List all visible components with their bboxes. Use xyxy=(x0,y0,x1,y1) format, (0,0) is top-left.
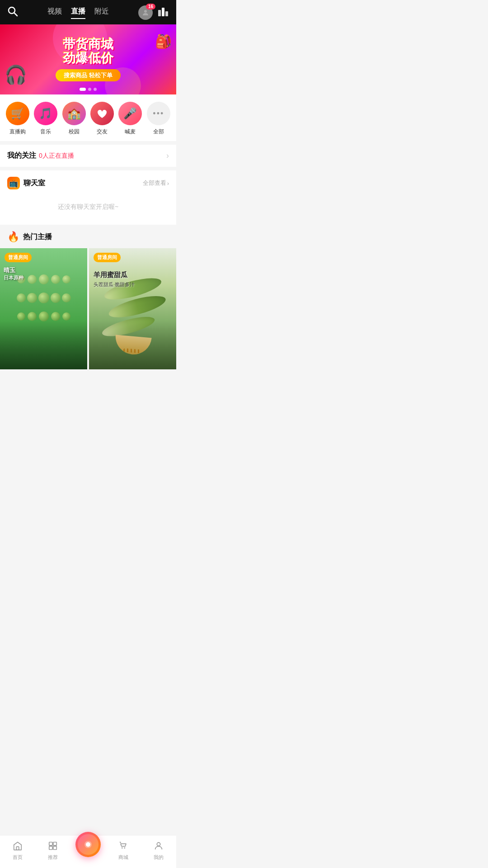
promo-banner[interactable]: 🎧 带货商城 劲爆低价 搜索商品 轻松下单 🎒 xyxy=(0,24,176,94)
campus-icon: 🏫 xyxy=(62,102,86,125)
all-icon: ••• xyxy=(147,102,170,125)
category-music[interactable]: 🎵 音乐 xyxy=(34,102,57,136)
top-navigation: 视频 直播 附近 16 xyxy=(0,0,176,24)
all-label: 全部 xyxy=(153,128,164,136)
melon-text: 羊用蜜甜瓜 头茬甜瓜·脆甜多汁 xyxy=(94,271,172,288)
card-overlay-2 xyxy=(89,248,176,369)
category-mic[interactable]: 🎤 喊麦 xyxy=(118,102,142,136)
nav-right-actions: 16 xyxy=(138,5,169,20)
category-live-shop[interactable]: 🛒 直播购 xyxy=(6,102,29,136)
banner-title: 带货商城 劲爆低价 xyxy=(56,38,121,66)
room-type-badge: 普通房间 xyxy=(5,253,32,262)
friend-icon xyxy=(90,102,114,125)
live-shop-label: 直播购 xyxy=(9,128,26,136)
friend-label: 交友 xyxy=(97,128,108,136)
svg-rect-5 xyxy=(165,11,168,16)
category-all[interactable]: ••• 全部 xyxy=(147,102,170,136)
search-icon[interactable] xyxy=(7,6,18,19)
chat-empty-message: 还没有聊天室开启喔~ xyxy=(0,189,176,225)
tab-nearby[interactable]: 附近 xyxy=(94,7,109,19)
host-card-grapes[interactable]: 普通房间 晴玉 日本原种 xyxy=(0,248,87,369)
host-card-sublabel: 晴玉 日本原种 xyxy=(4,266,23,281)
music-icon: 🎵 xyxy=(34,102,57,125)
chat-room-title: 聊天室 xyxy=(23,179,45,188)
chat-view-all-button[interactable]: 全部查看 › xyxy=(143,179,169,187)
svg-line-1 xyxy=(14,13,18,16)
host-grid: 普通房间 晴玉 日本原种 普通房间 xyxy=(0,248,176,369)
category-row: 🛒 直播购 🎵 音乐 🏫 校园 交友 🎤 喊麦 ••• 全部 xyxy=(0,94,176,141)
nav-tabs: 视频 直播 附近 xyxy=(47,7,109,19)
ranking-icon[interactable] xyxy=(157,5,169,20)
notification-badge: 16 xyxy=(146,4,155,9)
banner-product-right: 🎒 xyxy=(155,33,172,49)
svg-rect-3 xyxy=(158,10,161,16)
svg-rect-4 xyxy=(162,8,164,16)
tab-live[interactable]: 直播 xyxy=(71,7,85,19)
my-follow-section[interactable]: 我的关注 0人正在直播 › xyxy=(0,145,176,167)
hot-host-title: 热门主播 xyxy=(23,232,52,242)
chat-room-section: 📺 聊天室 全部查看 › 还没有聊天室开启喔~ xyxy=(0,170,176,225)
follow-arrow-icon: › xyxy=(166,151,169,160)
music-label: 音乐 xyxy=(40,128,51,136)
mic-label: 喊麦 xyxy=(125,128,136,136)
follow-count: 0人正在直播 xyxy=(39,152,74,160)
avatar-wrap[interactable]: 16 xyxy=(138,5,153,20)
room-type-badge-2: 普通房间 xyxy=(94,253,121,262)
hot-host-section: 🔥 热门主播 xyxy=(0,225,176,369)
chat-header-left: 📺 聊天室 xyxy=(7,177,45,189)
banner-cta: 搜索商品 轻松下单 xyxy=(56,69,121,81)
live-shop-icon: 🛒 xyxy=(6,102,29,125)
chat-room-header: 📺 聊天室 全部查看 › xyxy=(0,170,176,189)
host-card-melon[interactable]: 普通房间 羊用蜜甜瓜 头茬甜瓜·脆甜多汁 xyxy=(89,248,176,369)
mic-icon: 🎤 xyxy=(118,102,142,125)
banner-dots xyxy=(80,88,97,91)
campus-label: 校园 xyxy=(69,128,80,136)
chat-room-icon: 📺 xyxy=(7,177,20,189)
follow-title: 我的关注 xyxy=(7,151,36,160)
banner-text: 带货商城 劲爆低价 搜索商品 轻松下单 xyxy=(56,38,121,81)
fire-icon: 🔥 xyxy=(7,231,19,243)
category-campus[interactable]: 🏫 校园 xyxy=(62,102,86,136)
follow-left: 我的关注 0人正在直播 xyxy=(7,151,74,160)
banner-product-left: 🎧 xyxy=(5,64,27,85)
tab-video[interactable]: 视频 xyxy=(47,7,62,19)
hot-host-header: 🔥 热门主播 xyxy=(0,231,176,248)
svg-point-2 xyxy=(144,10,147,13)
category-friend[interactable]: 交友 xyxy=(90,102,114,136)
